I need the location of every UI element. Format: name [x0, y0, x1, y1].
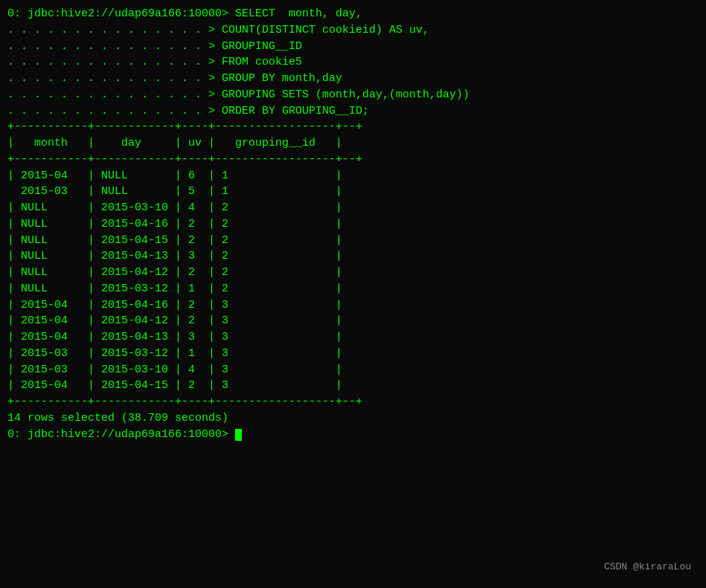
- table-row-10: | 2015-04 | 2015-04-12 | 2 | 3 |: [7, 313, 699, 329]
- line-5: . . . . . . . . . . . . . . . > GROUP BY…: [7, 71, 699, 87]
- table-row-13: | 2015-03 | 2015-03-10 | 4 | 3 |: [7, 362, 699, 378]
- table-row-6: | NULL | 2015-04-13 | 3 | 2 |: [7, 248, 699, 265]
- watermark: CSDN @kiraraLou: [604, 560, 691, 575]
- line-6: . . . . . . . . . . . . . . . > GROUPING…: [7, 87, 699, 103]
- line-2: . . . . . . . . . . . . . . . > COUNT(DI…: [7, 22, 699, 39]
- table-row-8: | NULL | 2015-03-12 | 1 | 2 |: [7, 281, 699, 297]
- line-3: . . . . . . . . . . . . . . . > GROUPING…: [7, 39, 699, 55]
- rows-info: 14 rows selected (38.709 seconds): [7, 410, 699, 427]
- table-header: | month | day | uv | grouping__id |: [7, 135, 699, 152]
- prompt-end[interactable]: 0: jdbc:hive2://udap69a166:10000>: [7, 427, 699, 443]
- table-row-11: | 2015-04 | 2015-04-13 | 3 | 3 |: [7, 329, 699, 346]
- table-row-2: 2015-03 | NULL | 5 | 1 |: [7, 184, 699, 200]
- line-1: 0: jdbc:hive2://udap69a166:10000> SELECT…: [7, 6, 699, 22]
- table-row-4: | NULL | 2015-04-16 | 2 | 2 |: [7, 216, 699, 233]
- table-row-3: | NULL | 2015-03-10 | 4 | 2 |: [7, 200, 699, 216]
- table-row-7: | NULL | 2015-04-12 | 2 | 2 |: [7, 265, 699, 281]
- cursor: [235, 429, 242, 441]
- line-7: . . . . . . . . . . . . . . . > ORDER BY…: [7, 103, 699, 120]
- table-row-9: | 2015-04 | 2015-04-16 | 2 | 3 |: [7, 297, 699, 314]
- table-header-border: +-----------+------------+----+---------…: [7, 152, 699, 168]
- table-row-5: | NULL | 2015-04-15 | 2 | 2 |: [7, 233, 699, 249]
- table-row-1: | 2015-04 | NULL | 6 | 1 |: [7, 168, 699, 184]
- table-border-bottom: +-----------+------------+----+---------…: [7, 394, 699, 410]
- table-row-14: | 2015-04 | 2015-04-15 | 2 | 3 |: [7, 378, 699, 394]
- line-4: . . . . . . . . . . . . . . . > FROM coo…: [7, 54, 699, 71]
- table-row-12: | 2015-03 | 2015-03-12 | 1 | 3 |: [7, 346, 699, 362]
- terminal: 0: jdbc:hive2://udap69a166:10000> SELECT…: [7, 6, 699, 582]
- table-border-top: +-----------+------------+----+---------…: [7, 119, 699, 135]
